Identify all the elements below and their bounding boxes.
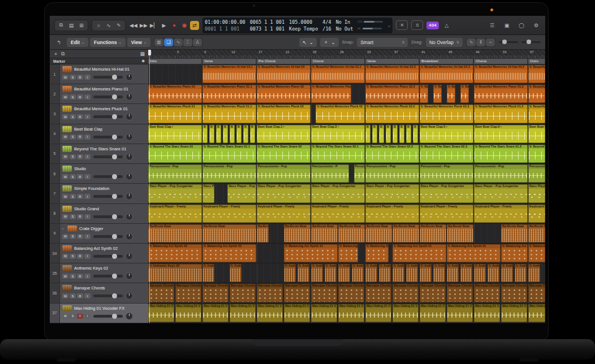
input-monitor-button[interactable]: I	[84, 293, 90, 298]
library-button[interactable]: ⧉	[57, 21, 66, 30]
track-header-35[interactable]: 35Anthemic Keys 02MSRI	[50, 263, 148, 283]
region[interactable]: ↻ Balancing Act Synth 02	[148, 244, 202, 262]
go-to-end-button[interactable]: ▶▏	[149, 21, 158, 30]
input-monitor-button[interactable]: I	[84, 274, 90, 279]
region[interactable]: Bass Player - Pop Songwriter	[528, 184, 545, 202]
region[interactable]: Max Hiding 01 V	[148, 304, 174, 322]
mute-button[interactable]: M	[62, 154, 68, 159]
region[interactable]: ↻ Anthemic	[528, 264, 540, 282]
volume-slider[interactable]	[93, 275, 123, 278]
catch-playhead-button[interactable]: ❏	[164, 38, 173, 46]
region[interactable]: ↻ Beautiful Memories Hi-Hat 02.2	[365, 65, 419, 83]
region[interactable]: ↻ Balancing Act Synth 01	[528, 244, 545, 262]
track-header-5[interactable]: 5Beyond The Stars Snare 01MSRI	[50, 144, 148, 164]
track-header-config-button[interactable]: ▦	[140, 51, 145, 57]
mute-button[interactable]: M	[62, 274, 68, 279]
region[interactable]: Ba-Boom Beat	[148, 224, 202, 242]
region[interactable]: ↻ Beautiful Memories Pluck 02.2	[365, 105, 419, 123]
region[interactable]: ↻ Beautiful Memories Hi-Hat 03.2	[474, 65, 528, 83]
solo-button[interactable]: S	[70, 254, 76, 259]
volume-slider[interactable]	[93, 294, 123, 297]
section-marker-verse[interactable]: Verse	[202, 59, 256, 64]
region[interactable]: ↻ Anthemic	[352, 264, 364, 282]
input-monitor-button[interactable]: I	[84, 254, 90, 259]
region[interactable]: Keyboard Player - Freely	[365, 205, 419, 223]
solo-button[interactable]: S	[70, 135, 76, 140]
region[interactable]: Percussionist - Pop	[474, 164, 528, 183]
play-button[interactable]: ▶	[159, 21, 169, 30]
input-monitor-button[interactable]: I	[84, 214, 90, 219]
vertical-zoom-slider[interactable]	[499, 41, 518, 43]
region[interactable]: ↻ Beyond The Stars Snare 01.1	[202, 145, 256, 163]
region[interactable]: Baroque Chords	[148, 284, 174, 302]
pan-knob[interactable]	[126, 272, 133, 280]
track-header-8[interactable]: 8Studio GrandMSRI	[50, 204, 148, 224]
edit-menu[interactable]: Edit⌄	[67, 38, 88, 47]
region[interactable]: ↻ Beautiful Memories Hi-Hat 02.1	[311, 65, 365, 83]
region[interactable]: ↻ Beyond The Stars Snare 02.1	[311, 145, 365, 163]
region[interactable]: Keyboard Player - Freely	[528, 205, 545, 223]
region[interactable]: Percussionist - Pop	[202, 164, 256, 183]
region[interactable]: Baroque Chords	[175, 284, 201, 302]
pan-knob[interactable]	[126, 193, 133, 200]
region[interactable]: Ba-Boom Beat	[393, 224, 419, 242]
input-monitor-button[interactable]: I	[84, 114, 90, 119]
region[interactable]: ↻ Beautiful Memories Piano 02	[311, 85, 351, 103]
mute-button[interactable]: M	[62, 174, 68, 179]
region[interactable]: Ba-Boom Beat	[501, 224, 528, 242]
input-monitor-button[interactable]: I	[84, 234, 90, 239]
region[interactable]: Baroque Chords	[393, 284, 419, 302]
region[interactable]: Bass Player - Pop Songwriter	[311, 184, 365, 202]
region[interactable]: ↻ Balancing	[338, 244, 358, 262]
region[interactable]: ↻ Beautiful Memories Hi-Hat 02.3	[420, 65, 473, 83]
mixer-button[interactable]: ∿	[104, 21, 113, 30]
region[interactable]: B	[250, 125, 255, 143]
solo-button[interactable]: S	[70, 154, 76, 159]
region[interactable]: Keyboard Player - Freely	[311, 205, 365, 223]
record-enable-button[interactable]: R	[77, 234, 83, 239]
solo-button[interactable]: S	[70, 214, 76, 219]
control-surfaces-button[interactable]: ⚙	[532, 21, 541, 30]
region[interactable]: Percussionist - Pop	[365, 164, 419, 183]
solo-button[interactable]: S	[70, 293, 76, 298]
region[interactable]: Baroque Chords	[284, 284, 310, 302]
region[interactable]: ↻ Anthemic	[365, 264, 377, 282]
region[interactable]: B	[202, 125, 208, 143]
region[interactable]: Beet Beat Clap.1 ▪	[257, 125, 311, 143]
region[interactable]: Ba-Boo	[257, 224, 269, 242]
volume-slider[interactable]	[93, 155, 123, 158]
region[interactable]: Baroque Chords	[365, 284, 391, 302]
region[interactable]: Max Hiding 01 V	[230, 304, 256, 322]
quick-help-button[interactable]: ⊞	[77, 21, 86, 30]
track-header-34[interactable]: 34Balancing Act Synth 02MSRI	[50, 244, 148, 263]
metronome-icon[interactable]: △	[442, 21, 451, 30]
region[interactable]: ↻ Beyond The Stars Snare 02.3	[420, 145, 473, 163]
forward-button[interactable]: ▶▶	[139, 21, 148, 30]
region[interactable]: ↻ Anthemic	[433, 264, 445, 282]
track-header-7[interactable]: 7Simple FoundationMSRI	[50, 184, 148, 203]
input-monitor-button[interactable]: I	[84, 174, 90, 179]
volume-slider[interactable]	[93, 235, 123, 238]
region[interactable]: B	[399, 125, 404, 143]
region[interactable]: Max Hiding 01 V	[175, 304, 201, 322]
section-marker-verse[interactable]: Verse	[365, 59, 419, 64]
mute-button[interactable]: M	[62, 75, 68, 80]
mute-button[interactable]: M	[62, 135, 68, 140]
region[interactable]: ↻ Anthemic	[501, 264, 513, 282]
pan-knob[interactable]	[126, 313, 133, 320]
region[interactable]: B	[209, 125, 214, 143]
region[interactable]: ↻ Beautiful Memories Piano 02.2	[365, 85, 419, 103]
region[interactable]: Bass Player - Pop So	[227, 184, 256, 202]
region[interactable]: Ba-Boom Beat	[338, 224, 365, 242]
track-header-9[interactable]: 9›Crate DiggerMSRI	[50, 224, 148, 244]
volume-slider[interactable]	[93, 255, 123, 258]
region[interactable]: Ba-Boom Beat	[202, 224, 256, 242]
master-solo-button[interactable]: S	[411, 20, 423, 30]
region[interactable]: Ba-Boom Beat	[447, 224, 473, 242]
flex-button[interactable]: ⌶	[183, 38, 192, 46]
region[interactable]: ↻ Balancing Act Synth 01	[393, 244, 446, 262]
track-header-2[interactable]: 2Beautiful Memories Piano 01MSRI	[50, 84, 148, 104]
region[interactable]: Percussionist - Pop	[257, 164, 311, 183]
region[interactable]: Max Hiding 01 V	[365, 304, 391, 322]
region[interactable]: Baroque Chords	[474, 284, 500, 302]
